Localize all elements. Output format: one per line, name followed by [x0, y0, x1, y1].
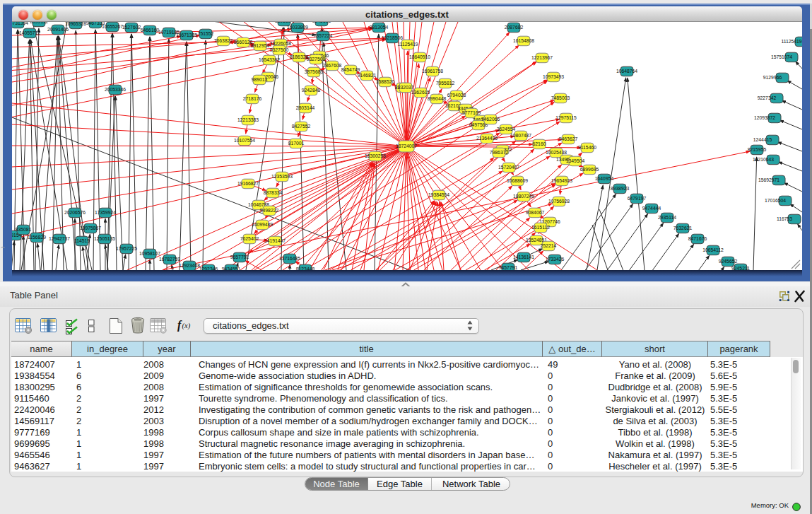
- svg-text:(x): (x): [182, 322, 191, 330]
- svg-text:15692971: 15692971: [758, 177, 779, 182]
- svg-text:116753: 116753: [777, 216, 792, 221]
- svg-text:9115460: 9115460: [578, 145, 596, 150]
- svg-text:62160: 62160: [533, 141, 546, 146]
- svg-text:3624554: 3624554: [497, 127, 516, 132]
- svg-text:6479197: 6479197: [628, 196, 647, 201]
- svg-text:2718176: 2718176: [243, 96, 262, 101]
- svg-text:9327508: 9327508: [307, 57, 326, 62]
- svg-text:1588520: 1588520: [376, 79, 395, 84]
- svg-text:20206576: 20206576: [64, 210, 86, 215]
- svg-text:8123448: 8123448: [296, 267, 315, 270]
- svg-text:989013: 989013: [252, 77, 268, 82]
- svg-text:16033809: 16033809: [287, 25, 308, 30]
- svg-text:19975867: 19975867: [80, 226, 101, 230]
- svg-text:9457791: 9457791: [499, 265, 518, 270]
- svg-text:6794028: 6794028: [447, 93, 466, 98]
- svg-text:9245601: 9245601: [312, 22, 331, 23]
- svg-text:12353593: 12353593: [271, 174, 293, 179]
- svg-text:19384554: 19384554: [428, 192, 449, 197]
- svg-text:1733426: 1733426: [546, 257, 565, 262]
- svg-text:7663822: 7663822: [214, 38, 233, 43]
- svg-text:9227342: 9227342: [758, 95, 777, 100]
- svg-text:12505135: 12505135: [94, 236, 115, 241]
- svg-text:9463627: 9463627: [559, 136, 578, 141]
- svg-text:14099489: 14099489: [252, 222, 273, 227]
- svg-text:10655267: 10655267: [102, 24, 123, 29]
- svg-text:16154808: 16154808: [513, 38, 534, 43]
- svg-text:6899695: 6899695: [580, 167, 599, 172]
- svg-text:10025438: 10025438: [546, 150, 567, 155]
- svg-text:817001: 817001: [288, 141, 305, 146]
- svg-text:8427552: 8427552: [292, 124, 311, 129]
- svg-text:8660128: 8660128: [234, 40, 253, 45]
- svg-text:12942737: 12942737: [49, 236, 70, 241]
- svg-text:18724007: 18724007: [396, 144, 417, 148]
- svg-text:16961758: 16961758: [422, 69, 443, 74]
- svg-text:1156829: 1156829: [28, 235, 46, 240]
- svg-text:9498222: 9498222: [260, 208, 279, 213]
- svg-text:17359924: 17359924: [95, 210, 116, 215]
- svg-text:14191447: 14191447: [264, 238, 286, 243]
- svg-text:832037: 832037: [398, 85, 414, 90]
- svg-text:9242848: 9242848: [302, 88, 321, 93]
- svg-text:8990448: 8990448: [428, 96, 447, 101]
- svg-text:19218506: 19218506: [382, 35, 403, 40]
- svg-text:2867608: 2867608: [323, 63, 342, 68]
- svg-text:13716485: 13716485: [279, 256, 300, 261]
- svg-text:10973493: 10973493: [543, 74, 564, 79]
- svg-text:10958107: 10958107: [139, 251, 160, 256]
- svg-text:9474444: 9474444: [642, 206, 661, 211]
- svg-text:1615112: 1615112: [531, 225, 550, 230]
- svg-text:15720407: 15720407: [498, 165, 519, 170]
- svg-text:19654923: 19654923: [551, 178, 572, 183]
- svg-text:1349504: 1349504: [566, 158, 585, 163]
- svg-text:9327500: 9327500: [270, 47, 289, 52]
- svg-text:8186328: 8186328: [290, 54, 309, 59]
- svg-text:8912954: 8912954: [251, 43, 270, 48]
- svg-text:10807487: 10807487: [510, 133, 531, 138]
- svg-text:1527602: 1527602: [122, 25, 141, 30]
- svg-text:12923468: 12923468: [179, 263, 200, 268]
- svg-text:19166827: 19166827: [237, 181, 259, 186]
- svg-text:9129966: 9129966: [763, 75, 782, 80]
- svg-text:1640954: 1640954: [595, 176, 614, 181]
- svg-text:1244415: 1244415: [753, 137, 772, 142]
- svg-text:9657791: 9657791: [230, 255, 249, 259]
- svg-text:7625402: 7625402: [240, 236, 259, 241]
- svg-text:2099111: 2099111: [30, 22, 48, 24]
- svg-text:8454749: 8454749: [341, 67, 360, 72]
- svg-text:10756928: 10756928: [548, 199, 570, 204]
- svg-text:8471676: 8471676: [688, 236, 707, 241]
- svg-text:11125419: 11125419: [781, 39, 801, 44]
- svg-text:7955812: 7955812: [436, 81, 455, 86]
- svg-text:252214: 252214: [541, 243, 557, 248]
- svg-text:1292346: 1292346: [199, 267, 218, 270]
- svg-text:20053346: 20053346: [105, 87, 126, 92]
- svg-text:3875685: 3875685: [305, 69, 324, 74]
- svg-text:8215955: 8215955: [748, 147, 767, 152]
- svg-text:16671385: 16671385: [176, 33, 197, 37]
- svg-text:7986372: 7986372: [490, 150, 509, 155]
- svg-text:11125419: 11125419: [397, 42, 418, 47]
- svg-text:9245652: 9245652: [719, 259, 738, 264]
- svg-text:21364436: 21364436: [476, 136, 498, 141]
- svg-text:7357224: 7357224: [314, 33, 333, 38]
- svg-text:12975115: 12975115: [555, 115, 577, 120]
- svg-text:10107554: 10107554: [234, 138, 255, 143]
- svg-text:16543362: 16543362: [259, 57, 280, 62]
- svg-text:6466160: 6466160: [141, 28, 160, 33]
- svg-text:16210643: 16210643: [753, 157, 774, 162]
- svg-text:9146821: 9146821: [358, 73, 377, 78]
- svg-text:10648764: 10648764: [616, 69, 637, 74]
- svg-text:1806394: 1806394: [275, 22, 294, 23]
- svg-text:114519: 114519: [74, 238, 90, 243]
- svg-text:18807249: 18807249: [513, 194, 534, 199]
- svg-text:7632621: 7632621: [673, 226, 693, 230]
- svg-text:7485003: 7485003: [551, 95, 570, 100]
- svg-text:17016504: 17016504: [765, 198, 786, 203]
- svg-text:2087682: 2087682: [505, 25, 524, 30]
- svg-text:2935114: 2935114: [658, 215, 676, 220]
- svg-text:12213383: 12213383: [237, 117, 259, 122]
- svg-text:14055712: 14055712: [19, 30, 40, 35]
- svg-text:16731394: 16731394: [12, 22, 28, 25]
